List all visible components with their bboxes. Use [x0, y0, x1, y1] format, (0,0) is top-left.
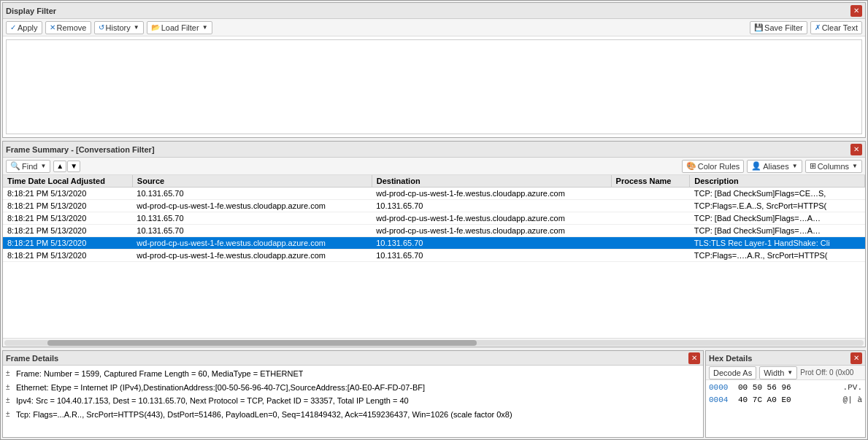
filter-textarea[interactable] — [8, 42, 860, 132]
color-rules-label: Color Rules — [698, 162, 740, 171]
frame-details-titlebar: Frame Details ✕ — [3, 351, 703, 366]
clear-text-button[interactable]: ✗ Clear Text — [810, 21, 862, 34]
cell-destination: wd-prod-cp-us-west-1-fe.westus.cloudapp.… — [372, 225, 611, 237]
hex-details-title: Hex Details — [709, 354, 752, 363]
tree-expand-icon[interactable]: ± — [6, 368, 13, 379]
cell-description: TLS:TLS Rec Layer-1 HandShake: Cli — [690, 237, 865, 250]
apply-label: Apply — [18, 23, 38, 32]
cell-time: 8:18:21 PM 5/13/2020 — [3, 212, 132, 225]
width-button[interactable]: Width ▼ — [759, 366, 797, 379]
cell-process — [611, 200, 690, 212]
load-filter-icon: 📂 — [151, 23, 160, 31]
display-filter-titlebar: Display Filter ✕ — [3, 3, 865, 19]
bottom-panels: Frame Details ✕ ± Frame: Number = 1599, … — [2, 350, 866, 438]
table-row[interactable]: 8:18:21 PM 5/13/2020 wd-prod-cp-us-west-… — [3, 250, 865, 262]
filter-input-area[interactable] — [6, 39, 862, 134]
col-process[interactable]: Process Name — [611, 175, 690, 188]
horizontal-scrollbar-area — [3, 338, 865, 347]
cell-time: 8:18:21 PM 5/13/2020 — [3, 237, 132, 250]
hex-details-close-button[interactable]: ✕ — [850, 352, 862, 364]
cell-description: TCP: [Bad CheckSum]Flags=CE…S, — [690, 188, 865, 200]
frame-details-close-button[interactable]: ✕ — [688, 352, 700, 364]
frame-summary-toolbar-right: 🎨 Color Rules 👤 Aliases ▼ ⊞ Columns ▼ — [682, 160, 862, 173]
tree-expand-icon[interactable]: ± — [6, 409, 13, 420]
columns-icon: ⊞ — [810, 161, 816, 171]
find-icon: 🔍 — [10, 161, 20, 171]
cell-process — [611, 212, 690, 225]
nav-down-button[interactable]: ▼ — [67, 161, 80, 172]
columns-button[interactable]: ⊞ Columns ▼ — [805, 160, 862, 173]
width-dropdown-arrow: ▼ — [787, 369, 793, 376]
frame-summary-close-button[interactable]: ✕ — [850, 144, 862, 155]
color-rules-icon: 🎨 — [686, 161, 696, 171]
cell-source: wd-prod-cp-us-west-1-fe.westus.cloudapp.… — [132, 250, 372, 262]
cell-description: TCP:Flags=….A.R., SrcPort=HTTPS( — [690, 250, 865, 262]
tree-text: Ethernet: Etype = Internet IP (IPv4),Des… — [16, 382, 425, 394]
tree-item[interactable]: ± Tcp: Flags=...A.R.., SrcPort=HTTPS(443… — [6, 408, 700, 422]
find-button[interactable]: 🔍 Find ▼ — [6, 160, 50, 173]
cell-process — [611, 237, 690, 250]
table-container[interactable]: Time Date Local Adjusted Source Destinat… — [3, 175, 865, 338]
col-time[interactable]: Time Date Local Adjusted — [3, 175, 132, 188]
apply-button[interactable]: ✓ Apply — [6, 21, 42, 34]
hex-offset: 0000 — [709, 382, 732, 394]
cell-source: wd-prod-cp-us-west-1-fe.westus.cloudapp.… — [132, 200, 372, 212]
table-row[interactable]: 8:18:21 PM 5/13/2020 10.131.65.70 wd-pro… — [3, 225, 865, 237]
frame-summary-toolbar: 🔍 Find ▼ ▲ ▼ 🎨 Color Rules 👤 Aliases ▼ — [3, 158, 865, 175]
remove-icon: ✕ — [50, 23, 55, 31]
cell-description: TCP: [Bad CheckSum]Flags=…A… — [690, 225, 865, 237]
frame-summary-panel: Frame Summary - [Conversation Filter] ✕ … — [2, 141, 866, 347]
display-filter-title: Display Filter — [6, 7, 56, 15]
save-filter-icon: 💾 — [754, 23, 763, 31]
hex-offset: 0004 — [709, 394, 732, 406]
history-label: History — [106, 23, 131, 32]
table-row[interactable]: 8:18:21 PM 5/13/2020 wd-prod-cp-us-west-… — [3, 200, 865, 212]
prot-off-label: Prot Off: 0 (0x00 — [800, 368, 853, 377]
cell-process — [611, 188, 690, 200]
apply-icon: ✓ — [10, 23, 16, 31]
load-filter-label: Load Filter — [161, 23, 199, 32]
table-row[interactable]: 8:18:21 PM 5/13/2020 10.131.65.70 wd-pro… — [3, 188, 865, 200]
load-filter-button[interactable]: 📂 Load Filter ▼ — [147, 21, 212, 34]
cell-source: 10.131.65.70 — [132, 212, 372, 225]
aliases-button[interactable]: 👤 Aliases ▼ — [747, 160, 802, 173]
cell-time: 8:18:21 PM 5/13/2020 — [3, 250, 132, 262]
remove-button[interactable]: ✕ Remove — [45, 21, 91, 34]
tree-item[interactable]: ± Ipv4: Src = 104.40.17.153, Dest = 10.1… — [6, 394, 700, 408]
table-header-row: Time Date Local Adjusted Source Destinat… — [3, 175, 865, 188]
hex-row: 0004 40 7C A0 E0 @| à — [709, 394, 862, 406]
remove-label: Remove — [57, 23, 87, 32]
col-destination[interactable]: Destination — [372, 175, 611, 188]
width-label: Width — [764, 368, 784, 377]
nav-up-button[interactable]: ▲ — [53, 161, 66, 172]
tree-expand-icon[interactable]: ± — [6, 395, 13, 406]
display-filter-close-button[interactable]: ✕ — [850, 5, 862, 17]
tree-item[interactable]: ± Ethernet: Etype = Internet IP (IPv4),D… — [6, 381, 700, 395]
aliases-label: Aliases — [763, 162, 788, 171]
main-container: Display Filter ✕ ✓ Apply ✕ Remove ↺ Hist… — [0, 0, 868, 440]
tree-expand-icon[interactable]: ± — [6, 382, 13, 393]
tree-item[interactable]: ± Frame: Number = 1599, Captured Frame L… — [6, 367, 700, 381]
history-button[interactable]: ↺ History ▼ — [94, 21, 144, 34]
table-row[interactable]: 8:18:21 PM 5/13/2020 10.131.65.70 wd-pro… — [3, 212, 865, 225]
hex-bytes: 40 7C A0 E0 — [738, 394, 837, 406]
table-row[interactable]: 8:18:21 PM 5/13/2020 wd-prod-cp-us-west-… — [3, 237, 865, 250]
cell-destination: 10.131.65.70 — [372, 237, 611, 250]
cell-destination: 10.131.65.70 — [372, 200, 611, 212]
horizontal-scrollbar-thumb — [47, 340, 477, 346]
columns-dropdown-arrow: ▼ — [852, 163, 858, 169]
clear-text-label: Clear Text — [822, 23, 858, 32]
col-source[interactable]: Source — [132, 175, 372, 188]
hex-ascii: .PV. — [843, 382, 862, 394]
col-description[interactable]: Description — [690, 175, 865, 188]
hex-content: 0000 00 50 56 96 .PV. 0004 40 7C A0 E0 @… — [706, 380, 865, 437]
save-filter-button[interactable]: 💾 Save Filter — [750, 21, 807, 34]
decode-as-button[interactable]: Decode As — [709, 366, 756, 379]
cell-source: 10.131.65.70 — [132, 188, 372, 200]
history-icon: ↺ — [99, 23, 104, 31]
horizontal-scrollbar[interactable] — [4, 340, 864, 346]
hex-toolbar: Decode As Width ▼ Prot Off: 0 (0x00 — [706, 366, 865, 380]
cell-destination: wd-prod-cp-us-west-1-fe.westus.cloudapp.… — [372, 212, 611, 225]
hex-row: 0000 00 50 56 96 .PV. — [709, 382, 862, 394]
color-rules-button[interactable]: 🎨 Color Rules — [682, 160, 744, 173]
